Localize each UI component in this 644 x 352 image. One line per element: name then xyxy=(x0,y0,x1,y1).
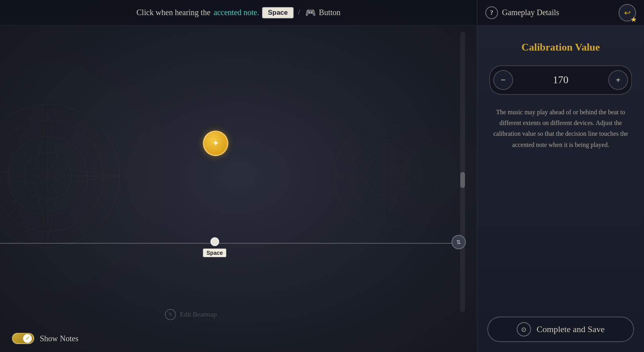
scroll-thumb[interactable] xyxy=(460,172,465,188)
space-label: Space xyxy=(203,248,226,257)
help-icon-button[interactable]: ? xyxy=(485,6,498,19)
calibration-decrease-button[interactable]: − xyxy=(493,70,513,90)
button-label: Button xyxy=(319,8,340,17)
space-dot xyxy=(210,237,219,246)
toggle-check-icon: ✓ xyxy=(25,335,30,342)
instruction-bar: Click when hearing the accented note. Sp… xyxy=(0,0,477,25)
star-badge-icon: ★ xyxy=(630,15,637,24)
toggle-thumb: ✓ xyxy=(23,334,32,343)
sidebar-header: ? Gameplay Details ↩ ★ xyxy=(477,0,644,25)
sidebar: ? Gameplay Details ↩ ★ Calibration Value… xyxy=(477,0,644,352)
calibration-title: Calibration Value xyxy=(521,41,600,53)
increase-icon: + xyxy=(616,75,621,85)
sidebar-header-left: ? Gameplay Details xyxy=(485,6,559,19)
sidebar-content: Calibration Value − 170 + The music may … xyxy=(477,25,644,317)
complete-save-button[interactable]: ⊙ Complete and Save xyxy=(487,317,634,342)
decision-line xyxy=(0,243,453,244)
save-icon: ⊙ xyxy=(521,326,526,333)
decrease-icon: − xyxy=(501,75,506,85)
edit-beatmap-area: ✎ Edit Beatmap xyxy=(165,309,217,320)
back-arrow-icon: ↩ xyxy=(624,8,631,18)
gameplay-area: Click when hearing the accented note. Sp… xyxy=(0,0,477,352)
scroll-arrows-button[interactable]: ⇅ xyxy=(451,235,466,249)
save-icon-circle: ⊙ xyxy=(517,322,531,336)
separator: / xyxy=(298,8,300,17)
space-marker: Space xyxy=(203,237,226,257)
show-notes-label: Show Notes xyxy=(40,334,78,343)
instruction-accent: accented note. xyxy=(214,8,259,17)
back-button[interactable]: ↩ ★ xyxy=(619,4,636,22)
complete-save-label: Complete and Save xyxy=(537,324,605,334)
scroll-arrows-icon: ⇅ xyxy=(456,239,461,246)
accented-note: ✦ xyxy=(203,131,228,156)
edit-beatmap-icon: ✎ xyxy=(165,309,176,320)
show-notes-toggle[interactable]: ✓ xyxy=(12,333,34,344)
mandala-right-decoration xyxy=(326,116,445,236)
calibration-value: 170 xyxy=(516,74,605,86)
vertical-scroll-track[interactable] xyxy=(460,32,465,312)
space-key-badge: Space xyxy=(262,7,293,18)
calibration-control: − 170 + xyxy=(489,65,632,95)
calibration-description: The music may play ahead of or behind th… xyxy=(489,107,632,150)
instruction-prefix: Click when hearing the xyxy=(136,8,210,17)
mandala-left-decoration xyxy=(0,96,127,256)
show-notes-bar: ✓ Show Notes xyxy=(12,333,78,344)
controller-icon: 🎮 xyxy=(305,8,316,18)
edit-beatmap-label: Edit Beatmap xyxy=(180,311,217,319)
help-icon: ? xyxy=(490,9,493,16)
note-star-icon: ✦ xyxy=(212,138,219,149)
gameplay-details-title: Gameplay Details xyxy=(502,8,559,17)
calibration-increase-button[interactable]: + xyxy=(608,70,628,90)
